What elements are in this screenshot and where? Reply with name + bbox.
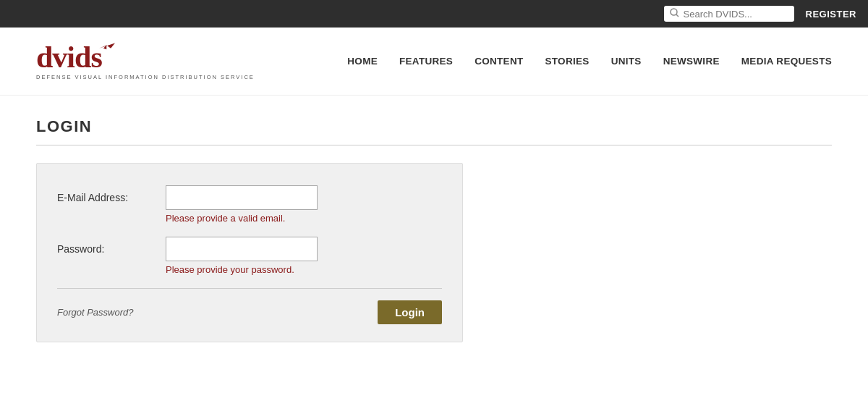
form-footer: Forgot Password? Login <box>57 300 442 324</box>
password-input[interactable] <box>166 237 318 261</box>
nav-units[interactable]: UNITS <box>611 56 642 67</box>
nav-media-requests[interactable]: MEDIA REQUESTS <box>741 56 832 67</box>
password-field-group: Password: <box>57 237 442 261</box>
logo-dvids: dvids <box>36 41 102 74</box>
login-button[interactable]: Login <box>378 300 442 324</box>
page-divider <box>36 145 832 145</box>
register-link[interactable]: REGISTER <box>806 9 856 20</box>
search-wrapper <box>664 6 794 22</box>
email-label: E-Mail Address: <box>57 192 166 203</box>
nav-features[interactable]: FEATURES <box>399 56 453 67</box>
svg-point-0 <box>671 9 677 15</box>
password-error: Please provide your password. <box>166 264 294 275</box>
email-error: Please provide a valid email. <box>166 213 285 224</box>
logo-wrapper: dvids <box>36 42 255 72</box>
logo-area: dvids Defense Visual Information Distrib… <box>36 42 255 80</box>
login-card: E-Mail Address: Please provide a valid e… <box>36 163 463 342</box>
email-field-group: E-Mail Address: <box>57 185 442 210</box>
logo-subtitle: Defense Visual Information Distribution … <box>36 74 255 80</box>
forgot-password-link[interactable]: Forgot Password? <box>57 307 134 318</box>
password-label: Password: <box>57 243 166 255</box>
svg-marker-3 <box>103 45 106 49</box>
header: dvids Defense Visual Information Distrib… <box>0 28 868 96</box>
top-bar: REGISTER <box>0 0 868 28</box>
form-divider <box>57 288 442 289</box>
svg-marker-2 <box>99 43 115 48</box>
nav-newswire[interactable]: NEWSWIRE <box>663 56 720 67</box>
nav-home[interactable]: HOME <box>347 56 378 67</box>
search-input[interactable] <box>684 9 785 20</box>
password-row: Password: Please provide your password. <box>57 237 442 275</box>
plane-icon <box>99 38 115 51</box>
email-row: E-Mail Address: Please provide a valid e… <box>57 185 442 224</box>
main-content: LOGIN E-Mail Address: Please provide a v… <box>0 96 868 364</box>
email-input[interactable] <box>166 185 318 210</box>
nav-content[interactable]: CONTENT <box>475 56 523 67</box>
page-title: LOGIN <box>36 117 832 136</box>
main-nav: HOME FEATURES CONTENT STORIES UNITS NEWS… <box>347 56 832 67</box>
nav-stories[interactable]: STORIES <box>545 56 590 67</box>
svg-line-1 <box>676 14 678 17</box>
search-icon <box>670 8 679 20</box>
